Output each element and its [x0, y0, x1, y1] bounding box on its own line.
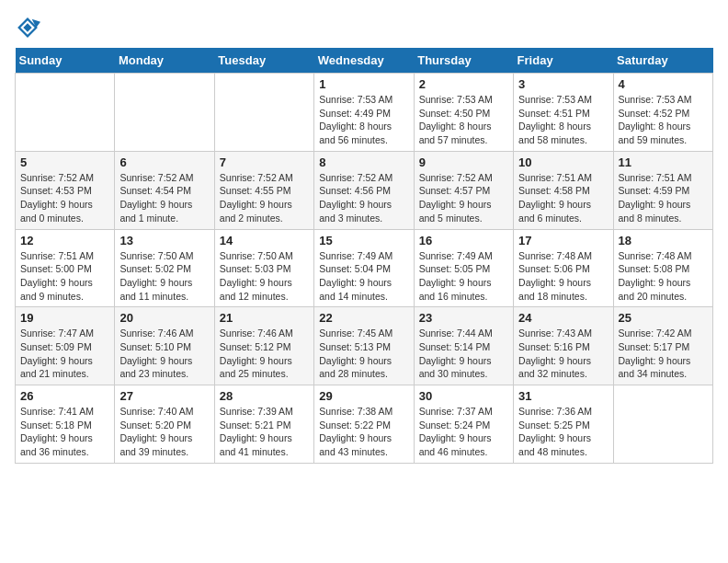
day-info: Sunrise: 7:53 AM Sunset: 4:51 PM Dayligh… [518, 93, 608, 147]
day-cell [613, 385, 712, 464]
day-number: 11 [619, 155, 708, 169]
week-row-4: 19Sunrise: 7:47 AM Sunset: 5:09 PM Dayli… [16, 307, 713, 385]
day-cell: 25Sunrise: 7:42 AM Sunset: 5:17 PM Dayli… [613, 307, 712, 385]
day-number: 7 [220, 155, 309, 169]
day-number: 27 [119, 389, 209, 403]
day-cell [115, 74, 214, 152]
day-info: Sunrise: 7:44 AM Sunset: 5:14 PM Dayligh… [419, 327, 508, 381]
day-cell: 18Sunrise: 7:48 AM Sunset: 5:08 PM Dayli… [613, 229, 712, 307]
day-number: 14 [220, 234, 309, 247]
day-number: 12 [20, 234, 109, 247]
day-number: 8 [319, 155, 408, 169]
day-info: Sunrise: 7:50 AM Sunset: 5:03 PM Dayligh… [220, 249, 309, 304]
day-number: 9 [419, 155, 508, 169]
day-cell [16, 74, 115, 152]
week-row-5: 26Sunrise: 7:41 AM Sunset: 5:18 PM Dayli… [16, 385, 713, 464]
day-info: Sunrise: 7:46 AM Sunset: 5:10 PM Dayligh… [119, 327, 209, 381]
day-number: 25 [619, 311, 708, 325]
day-number: 16 [419, 234, 508, 247]
day-number: 5 [20, 155, 109, 169]
day-info: Sunrise: 7:51 AM Sunset: 5:00 PM Dayligh… [20, 249, 109, 304]
day-cell: 21Sunrise: 7:46 AM Sunset: 5:12 PM Dayli… [214, 307, 313, 385]
day-cell: 10Sunrise: 7:51 AM Sunset: 4:58 PM Dayli… [514, 151, 613, 229]
calendar-table: SundayMondayTuesdayWednesdayThursdayFrid… [15, 48, 713, 464]
day-cell: 2Sunrise: 7:53 AM Sunset: 4:50 PM Daylig… [414, 74, 513, 152]
day-info: Sunrise: 7:42 AM Sunset: 5:17 PM Dayligh… [619, 327, 708, 381]
day-cell: 22Sunrise: 7:45 AM Sunset: 5:13 PM Dayli… [314, 307, 414, 385]
day-cell: 27Sunrise: 7:40 AM Sunset: 5:20 PM Dayli… [115, 385, 214, 464]
day-number: 24 [518, 311, 608, 325]
day-number: 15 [319, 234, 408, 247]
day-cell: 30Sunrise: 7:37 AM Sunset: 5:24 PM Dayli… [414, 385, 513, 464]
day-cell: 7Sunrise: 7:52 AM Sunset: 4:55 PM Daylig… [214, 151, 313, 229]
day-cell: 31Sunrise: 7:36 AM Sunset: 5:25 PM Dayli… [514, 385, 613, 464]
day-number: 22 [319, 311, 408, 325]
weekday-header-sunday: Sunday [16, 48, 115, 74]
logo [15, 15, 44, 40]
day-cell: 11Sunrise: 7:51 AM Sunset: 4:59 PM Dayli… [613, 151, 712, 229]
day-cell: 16Sunrise: 7:49 AM Sunset: 5:05 PM Dayli… [414, 229, 513, 307]
day-info: Sunrise: 7:40 AM Sunset: 5:20 PM Dayligh… [119, 405, 209, 459]
day-cell: 15Sunrise: 7:49 AM Sunset: 5:04 PM Dayli… [314, 229, 414, 307]
logo-icon [15, 15, 40, 40]
day-number: 20 [119, 311, 209, 325]
day-cell: 5Sunrise: 7:52 AM Sunset: 4:53 PM Daylig… [16, 151, 115, 229]
day-cell: 3Sunrise: 7:53 AM Sunset: 4:51 PM Daylig… [514, 74, 613, 152]
day-number: 4 [619, 77, 708, 91]
day-info: Sunrise: 7:53 AM Sunset: 4:50 PM Dayligh… [419, 93, 508, 147]
day-cell: 1Sunrise: 7:53 AM Sunset: 4:49 PM Daylig… [314, 74, 414, 152]
day-cell: 6Sunrise: 7:52 AM Sunset: 4:54 PM Daylig… [115, 151, 214, 229]
day-cell: 29Sunrise: 7:38 AM Sunset: 5:22 PM Dayli… [314, 385, 414, 464]
day-info: Sunrise: 7:49 AM Sunset: 5:05 PM Dayligh… [419, 249, 508, 304]
day-info: Sunrise: 7:52 AM Sunset: 4:53 PM Dayligh… [20, 171, 109, 225]
day-number: 23 [419, 311, 508, 325]
day-cell: 9Sunrise: 7:52 AM Sunset: 4:57 PM Daylig… [414, 151, 513, 229]
day-cell: 26Sunrise: 7:41 AM Sunset: 5:18 PM Dayli… [16, 385, 115, 464]
day-info: Sunrise: 7:52 AM Sunset: 4:57 PM Dayligh… [419, 171, 508, 225]
day-info: Sunrise: 7:51 AM Sunset: 4:58 PM Dayligh… [518, 171, 608, 225]
day-cell: 20Sunrise: 7:46 AM Sunset: 5:10 PM Dayli… [115, 307, 214, 385]
week-row-2: 5Sunrise: 7:52 AM Sunset: 4:53 PM Daylig… [16, 151, 713, 229]
day-number: 29 [319, 389, 408, 403]
day-cell: 17Sunrise: 7:48 AM Sunset: 5:06 PM Dayli… [514, 229, 613, 307]
weekday-header-saturday: Saturday [613, 48, 712, 74]
day-info: Sunrise: 7:38 AM Sunset: 5:22 PM Dayligh… [319, 405, 408, 459]
day-number: 10 [518, 155, 608, 169]
weekday-header-row: SundayMondayTuesdayWednesdayThursdayFrid… [16, 48, 713, 74]
day-number: 2 [419, 77, 508, 91]
day-info: Sunrise: 7:52 AM Sunset: 4:56 PM Dayligh… [319, 171, 408, 225]
day-info: Sunrise: 7:43 AM Sunset: 5:16 PM Dayligh… [518, 327, 608, 381]
weekday-header-tuesday: Tuesday [214, 48, 313, 74]
day-info: Sunrise: 7:47 AM Sunset: 5:09 PM Dayligh… [20, 327, 109, 381]
day-cell: 8Sunrise: 7:52 AM Sunset: 4:56 PM Daylig… [314, 151, 414, 229]
day-info: Sunrise: 7:52 AM Sunset: 4:54 PM Dayligh… [119, 171, 209, 225]
day-info: Sunrise: 7:51 AM Sunset: 4:59 PM Dayligh… [619, 171, 708, 225]
day-info: Sunrise: 7:48 AM Sunset: 5:06 PM Dayligh… [518, 249, 608, 304]
day-info: Sunrise: 7:41 AM Sunset: 5:18 PM Dayligh… [20, 405, 109, 459]
day-number: 18 [619, 234, 708, 247]
day-number: 19 [20, 311, 109, 325]
day-cell: 13Sunrise: 7:50 AM Sunset: 5:02 PM Dayli… [115, 229, 214, 307]
day-number: 6 [119, 155, 209, 169]
day-cell [214, 74, 313, 152]
day-cell: 14Sunrise: 7:50 AM Sunset: 5:03 PM Dayli… [214, 229, 313, 307]
day-info: Sunrise: 7:50 AM Sunset: 5:02 PM Dayligh… [119, 249, 209, 304]
day-number: 1 [319, 77, 408, 91]
day-number: 3 [518, 77, 608, 91]
week-row-3: 12Sunrise: 7:51 AM Sunset: 5:00 PM Dayli… [16, 229, 713, 307]
page-header [15, 15, 713, 40]
day-number: 30 [419, 389, 508, 403]
day-info: Sunrise: 7:52 AM Sunset: 4:55 PM Dayligh… [220, 171, 309, 225]
day-cell: 12Sunrise: 7:51 AM Sunset: 5:00 PM Dayli… [16, 229, 115, 307]
day-info: Sunrise: 7:37 AM Sunset: 5:24 PM Dayligh… [419, 405, 508, 459]
day-cell: 4Sunrise: 7:53 AM Sunset: 4:52 PM Daylig… [613, 74, 712, 152]
week-row-1: 1Sunrise: 7:53 AM Sunset: 4:49 PM Daylig… [16, 74, 713, 152]
weekday-header-wednesday: Wednesday [314, 48, 414, 74]
day-number: 13 [119, 234, 209, 247]
day-info: Sunrise: 7:48 AM Sunset: 5:08 PM Dayligh… [619, 249, 708, 304]
day-cell: 19Sunrise: 7:47 AM Sunset: 5:09 PM Dayli… [16, 307, 115, 385]
day-cell: 28Sunrise: 7:39 AM Sunset: 5:21 PM Dayli… [214, 385, 313, 464]
day-number: 28 [220, 389, 309, 403]
day-info: Sunrise: 7:39 AM Sunset: 5:21 PM Dayligh… [220, 405, 309, 459]
day-info: Sunrise: 7:53 AM Sunset: 4:49 PM Dayligh… [319, 93, 408, 147]
